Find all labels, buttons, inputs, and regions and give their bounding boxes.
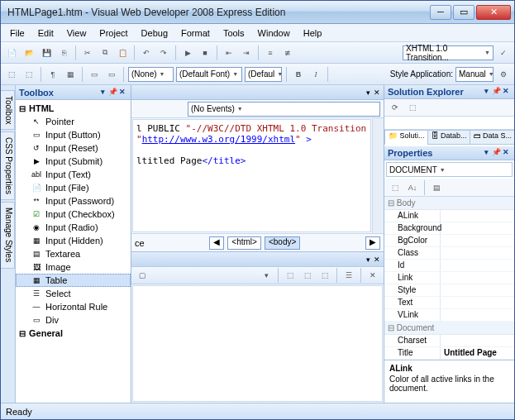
toolbox-item-input-checkbox[interactable]: ☑Input (Checkbox) [16,208,131,221]
menu-format[interactable]: Format [175,26,216,40]
toolbox-item-input-submit[interactable]: ▶Input (Submit) [16,155,131,168]
layer2-icon[interactable]: ▭ [104,67,119,82]
menu-edit[interactable]: Edit [32,26,60,40]
prop-cat-body[interactable]: Body [384,197,514,210]
format2-icon[interactable]: ⬚ [21,67,36,82]
open-icon[interactable]: 📂 [21,45,36,60]
toolbox-item-input-button[interactable]: ▭Input (Button) [16,128,131,141]
prop-cat-document[interactable]: Document [384,322,514,335]
soln-props-icon[interactable]: ⬚ [405,100,420,115]
paste-icon[interactable]: 📋 [115,45,130,60]
soln-pin-icon[interactable]: 📌 [491,87,501,97]
doctype-combo[interactable]: XHTML 1.0 Transition... [403,45,494,60]
redo-icon[interactable]: ↷ [156,45,171,60]
soln-chevron-icon[interactable]: ▾ [481,87,491,97]
soln-refresh-icon[interactable]: ⟳ [388,100,403,115]
lt-view3-icon[interactable]: ⬚ [317,268,332,283]
new-icon[interactable]: 📄 [4,45,19,60]
soln-close-icon[interactable]: ✕ [501,87,511,97]
bc-next-button[interactable]: ▶ [365,236,380,250]
lt-view2-icon[interactable]: ⬚ [300,268,315,283]
toolbox-item-image[interactable]: 🖼Image [16,260,131,274]
toolbox-tree[interactable]: HTML ↖Pointer ▭Input (Button) ↺Input (Re… [16,100,131,403]
maximize-button[interactable]: ▭ [453,5,474,20]
side-tab-styles[interactable]: Manage Styles [1,202,15,268]
uncomment-icon[interactable]: ≢ [280,45,295,60]
style-app-combo[interactable]: Manual [455,67,494,82]
chevron-down-icon[interactable]: ▾ [98,88,107,98]
bc-html[interactable]: <html> [227,236,261,250]
toolbox-item-input-radio[interactable]: ◉Input (Radio) [16,221,131,234]
lt-list-icon[interactable]: ☰ [341,268,356,283]
bc-prev-button[interactable]: ◀ [209,236,224,250]
pin-icon[interactable]: 📌 [107,88,117,98]
props-target-combo[interactable]: DOCUMENT [386,162,513,177]
close-icon[interactable]: ✕ [117,88,127,98]
format-icon[interactable]: ⬚ [4,67,19,82]
toolbox-item-pointer[interactable]: ↖Pointer [16,115,131,128]
menu-view[interactable]: View [61,26,93,40]
minimize-button[interactable]: ─ [430,5,451,20]
doc-close-icon[interactable]: ✕ [374,88,380,97]
stop-icon[interactable]: ■ [198,45,212,60]
size-combo[interactable]: (Defaul [245,67,282,82]
validate-icon[interactable]: ✓ [496,45,511,60]
bc-body[interactable]: <body> [265,236,300,250]
menu-window[interactable]: Window [252,26,296,40]
props-pages-icon[interactable]: ▤ [429,180,444,195]
bold-button[interactable]: B [291,67,306,82]
props-az-icon[interactable]: A↓ [405,180,420,195]
save-icon[interactable]: 💾 [39,45,54,60]
layer-icon[interactable]: ▭ [87,67,102,82]
props-chevron-icon[interactable]: ▾ [481,148,491,158]
menu-tools[interactable]: Tools [217,26,250,40]
properties-grid[interactable]: Body ALink Background BgColor Class Id L… [384,197,514,360]
close-button[interactable]: ✕ [476,5,511,20]
toolbox-section-html[interactable]: HTML [16,102,131,115]
vscrollbar[interactable] [372,118,384,233]
save-all-icon[interactable]: ⎘ [56,45,71,60]
style-opt-icon[interactable]: ⚙ [496,67,511,82]
side-tab-css[interactable]: CSS Properties [1,131,15,200]
props-pin-icon[interactable]: 📌 [491,148,501,158]
cut-icon[interactable]: ✂ [80,45,95,60]
events-combo[interactable]: (No Events) [188,102,380,117]
doc2-chevron-icon[interactable]: ▾ [366,255,370,264]
lt-nav-icon[interactable]: ▾ [259,268,274,283]
indent-in-icon[interactable]: ⇥ [239,45,254,60]
lt-icon1[interactable]: ▢ [135,268,150,283]
copy-icon[interactable]: ⧉ [98,45,112,60]
italic-button[interactable]: I [308,67,323,82]
toolbox-item-hr[interactable]: —Horizontal Rule [16,300,131,313]
undo-icon[interactable]: ↶ [139,45,154,60]
toolbox-item-input-text[interactable]: ablInput (Text) [16,168,131,181]
toolbox-item-input-file[interactable]: 📄Input (File) [16,181,131,194]
titlebar[interactable]: HTMLPage1.htm - Visual Web Developer 200… [1,1,514,24]
tab-database[interactable]: 🗄 Datab... [427,130,470,145]
doc-chevron-icon[interactable]: ▾ [366,88,370,97]
toolbox-item-input-hidden[interactable]: ▦Input (Hidden) [16,234,131,247]
style-combo[interactable]: (None) [128,67,174,82]
side-tab-toolbox[interactable]: Toolbox [1,90,15,130]
tab-datasources[interactable]: 🗃 Data S... [470,130,514,145]
run-icon[interactable]: ▶ [180,45,195,60]
toolbox-item-select[interactable]: ☰Select [16,287,131,300]
para-icon[interactable]: ¶ [45,67,60,82]
code-editor[interactable]: l PUBLIC "-//W3C//DTD XHTML 1.0 Transiti… [132,119,371,232]
menu-project[interactable]: Project [93,26,133,40]
doc2-close-icon[interactable]: ✕ [374,255,380,264]
indent-out-icon[interactable]: ⇤ [222,45,236,60]
menu-debug[interactable]: Debug [136,26,174,40]
lt-clear-icon[interactable]: ✕ [365,268,380,283]
props-close-icon[interactable]: ✕ [501,148,511,158]
toolbox-item-input-password[interactable]: **Input (Password) [16,194,131,208]
tab-solution[interactable]: 📁 Soluti... [384,130,428,145]
menu-file[interactable]: File [4,26,31,40]
lt-view1-icon[interactable]: ⬚ [283,268,298,283]
props-cat-icon[interactable]: ⬚ [388,180,403,195]
toolbox-section-general[interactable]: General [16,327,131,340]
font-combo[interactable]: (Default Font) [176,67,242,82]
comment-icon[interactable]: ≡ [263,45,278,60]
menu-help[interactable]: Help [298,26,328,40]
toolbox-item-input-reset[interactable]: ↺Input (Reset) [16,141,131,155]
